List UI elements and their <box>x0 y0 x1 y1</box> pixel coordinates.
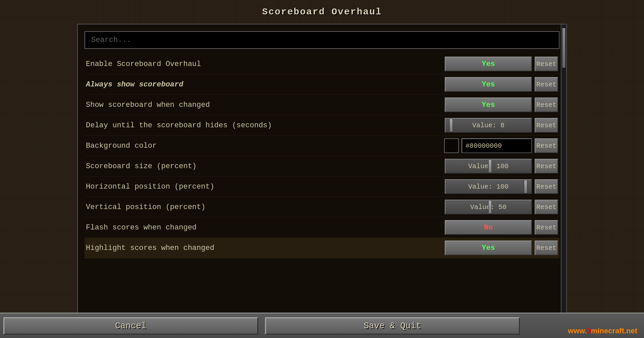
reset-btn-show-scoreboard-when-changed[interactable]: Reset <box>535 97 558 112</box>
main-content: Enable Scoreboard OverhaulYesResetAlways… <box>77 24 567 338</box>
reset-btn-always-show-scoreboard[interactable]: Reset <box>535 77 558 92</box>
setting-row-vertical-position: Vertical position (percent)Value: 50Rese… <box>85 197 559 217</box>
reset-btn-flash-scores[interactable]: Reset <box>535 220 558 235</box>
color-input-background-color[interactable] <box>462 138 532 153</box>
setting-row-flash-scores: Flash scores when changedNoReset <box>85 217 559 238</box>
cancel-button[interactable]: Cancel <box>3 317 258 335</box>
toggle-btn-show-scoreboard-when-changed[interactable]: Yes <box>445 97 532 112</box>
setting-row-highlight-scores: Highlight scores when changedYesReset <box>85 238 559 258</box>
toggle-btn-flash-scores[interactable]: No <box>445 220 532 235</box>
settings-list: Enable Scoreboard OverhaulYesResetAlways… <box>78 52 566 337</box>
setting-controls-always-show-scoreboard: YesReset <box>445 77 558 92</box>
bottom-bar: Cancel Save & Quit www.9minecraft.net <box>0 313 644 338</box>
reset-btn-vertical-position[interactable]: Reset <box>535 200 558 214</box>
slider-value-delay-until-scoreboard-hides: Value: 8 <box>472 122 504 129</box>
setting-label-background-color: Background color <box>86 142 444 150</box>
setting-controls-delay-until-scoreboard-hides: Value: 8Reset <box>445 118 558 133</box>
setting-row-scoreboard-size: Scoreboard size (percent)Value: 100Reset <box>85 156 559 177</box>
reset-btn-delay-until-scoreboard-hides[interactable]: Reset <box>535 118 558 133</box>
setting-label-show-scoreboard-when-changed: Show scoreboard when changed <box>86 101 445 109</box>
reset-btn-scoreboard-size[interactable]: Reset <box>535 159 558 174</box>
color-preview-background-color[interactable] <box>444 138 459 153</box>
search-input[interactable] <box>85 31 559 49</box>
watermark-mc: minecraft.net <box>591 327 637 335</box>
setting-controls-enable-scoreboard-overhaul: YesReset <box>445 57 558 71</box>
setting-row-delay-until-scoreboard-hides: Delay until the scoreboard hides (second… <box>85 115 559 136</box>
setting-controls-flash-scores: NoReset <box>445 220 558 235</box>
page-container: Scoreboard Overhaul Enable Scoreboard Ov… <box>0 0 644 338</box>
slider-container-delay-until-scoreboard-hides[interactable]: Value: 8 <box>445 118 532 133</box>
setting-row-enable-scoreboard-overhaul: Enable Scoreboard OverhaulYesReset <box>85 54 559 74</box>
setting-controls-scoreboard-size: Value: 100Reset <box>445 159 558 174</box>
toggle-btn-always-show-scoreboard[interactable]: Yes <box>445 77 532 92</box>
reset-btn-enable-scoreboard-overhaul[interactable]: Reset <box>535 57 558 71</box>
toggle-btn-highlight-scores[interactable]: Yes <box>445 241 532 255</box>
scrollbar[interactable] <box>561 24 566 337</box>
slider-thumb-horizontal-position[interactable] <box>524 180 527 193</box>
save-quit-button[interactable]: Save & Quit <box>265 317 520 335</box>
setting-label-enable-scoreboard-overhaul: Enable Scoreboard Overhaul <box>86 60 445 68</box>
setting-label-vertical-position: Vertical position (percent) <box>86 203 445 211</box>
slider-container-horizontal-position[interactable]: Value: 100 <box>445 179 532 194</box>
setting-label-delay-until-scoreboard-hides: Delay until the scoreboard hides (second… <box>86 121 445 130</box>
page-title: Scoreboard Overhaul <box>262 7 382 17</box>
watermark-www: www. <box>568 327 587 335</box>
setting-row-always-show-scoreboard: Always show scoreboardYesReset <box>85 74 559 95</box>
setting-controls-vertical-position: Value: 50Reset <box>445 200 558 214</box>
toggle-btn-enable-scoreboard-overhaul[interactable]: Yes <box>445 57 532 71</box>
slider-value-horizontal-position: Value: 100 <box>468 183 508 191</box>
setting-controls-horizontal-position: Value: 100Reset <box>445 179 558 194</box>
scrollbar-thumb[interactable] <box>562 28 566 68</box>
watermark-nine: 9 <box>587 327 591 335</box>
setting-controls-show-scoreboard-when-changed: YesReset <box>445 97 558 112</box>
setting-label-highlight-scores: Highlight scores when changed <box>86 244 445 252</box>
setting-controls-background-color: Reset <box>444 138 558 153</box>
watermark: www.9minecraft.net <box>568 327 637 335</box>
reset-btn-background-color[interactable]: Reset <box>535 138 558 153</box>
setting-label-scoreboard-size: Scoreboard size (percent) <box>86 162 445 171</box>
setting-row-show-scoreboard-when-changed: Show scoreboard when changedYesReset <box>85 95 559 115</box>
slider-thumb-delay-until-scoreboard-hides[interactable] <box>449 119 453 132</box>
setting-row-horizontal-position: Horizontal position (percent)Value: 100R… <box>85 177 559 197</box>
slider-container-scoreboard-size[interactable]: Value: 100 <box>445 159 532 174</box>
reset-btn-horizontal-position[interactable]: Reset <box>535 179 558 194</box>
setting-controls-highlight-scores: YesReset <box>445 241 558 255</box>
setting-label-horizontal-position: Horizontal position (percent) <box>86 183 445 191</box>
slider-thumb-scoreboard-size[interactable] <box>488 159 492 173</box>
slider-container-vertical-position[interactable]: Value: 50 <box>445 200 532 214</box>
setting-label-flash-scores: Flash scores when changed <box>86 223 445 232</box>
reset-btn-highlight-scores[interactable]: Reset <box>535 241 558 255</box>
slider-thumb-vertical-position[interactable] <box>488 200 492 214</box>
setting-label-always-show-scoreboard: Always show scoreboard <box>86 80 445 89</box>
setting-row-background-color: Background colorReset <box>85 136 559 156</box>
